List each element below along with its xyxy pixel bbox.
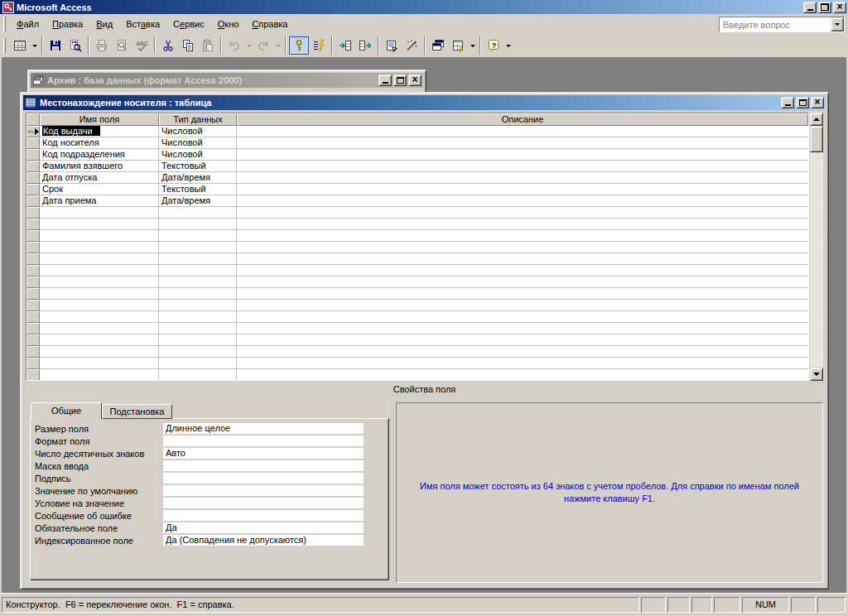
db-minimize-button[interactable]	[378, 75, 392, 86]
table-minimize-button[interactable]	[781, 97, 794, 108]
row-selector[interactable]	[26, 207, 40, 219]
data-type-cell[interactable]: Дата/время	[159, 195, 237, 207]
build-button[interactable]	[402, 36, 422, 55]
table-window-title-bar[interactable]: Местонахождение носителя : таблица ×	[23, 95, 826, 110]
description-cell[interactable]	[237, 126, 808, 137]
data-type-cell[interactable]: Числовой	[159, 126, 237, 137]
row-selector[interactable]	[26, 311, 40, 323]
field-name-cell[interactable]: Дата отпуска	[40, 172, 159, 184]
description-cell[interactable]	[237, 288, 808, 300]
db-maximize-button[interactable]	[393, 75, 407, 86]
field-name-cell[interactable]	[40, 230, 159, 242]
data-type-cell[interactable]	[159, 369, 237, 381]
field-name-cell[interactable]	[40, 253, 159, 265]
description-cell[interactable]	[237, 184, 808, 195]
table-close-button[interactable]: ×	[811, 97, 824, 108]
property-value[interactable]	[163, 510, 364, 521]
row-selector[interactable]	[26, 334, 40, 346]
data-type-cell[interactable]	[159, 334, 237, 346]
data-type-cell[interactable]	[159, 230, 237, 242]
description-cell[interactable]	[237, 369, 808, 381]
app-close-button[interactable]: ×	[833, 2, 846, 13]
menu-item-3[interactable]: Вставка	[119, 17, 166, 31]
field-name-cell[interactable]	[40, 346, 159, 358]
description-cell[interactable]	[237, 334, 808, 346]
row-selector[interactable]	[26, 230, 40, 242]
row-selector[interactable]	[26, 242, 40, 253]
description-cell[interactable]	[237, 242, 808, 253]
property-value[interactable]	[163, 473, 364, 484]
new-object-button[interactable]	[448, 36, 468, 55]
field-name-cell[interactable]	[40, 277, 159, 288]
menubar-grip[interactable]	[3, 17, 6, 31]
row-selector[interactable]	[26, 184, 40, 195]
field-name-cell[interactable]	[40, 242, 159, 253]
app-restore-button[interactable]	[818, 2, 831, 13]
row-selector[interactable]	[26, 195, 40, 207]
indexes-button[interactable]	[309, 36, 329, 55]
data-type-cell[interactable]: Числовой	[159, 149, 237, 161]
data-type-cell[interactable]	[159, 346, 237, 358]
row-selector[interactable]	[26, 346, 40, 358]
property-value[interactable]	[163, 498, 364, 508]
menu-item-4[interactable]: Сервис	[166, 17, 211, 31]
view-design-dropdown[interactable]	[30, 36, 39, 55]
row-selector[interactable]	[26, 369, 40, 381]
delete-rows-button[interactable]	[355, 36, 375, 55]
row-selector[interactable]	[26, 288, 40, 300]
field-name-cell[interactable]	[40, 265, 159, 277]
question-box-dropdown[interactable]	[831, 17, 844, 31]
scroll-thumb[interactable]	[810, 126, 823, 152]
app-minimize-button[interactable]	[803, 2, 817, 13]
description-cell[interactable]	[237, 323, 808, 334]
data-type-cell[interactable]	[159, 288, 237, 300]
tab-lookup[interactable]: Подстановка	[102, 404, 172, 419]
row-selector[interactable]	[26, 126, 40, 137]
field-name-cell[interactable]: Код подразделения	[40, 149, 159, 161]
menu-item-0[interactable]: Файл	[10, 17, 46, 31]
row-selector[interactable]	[26, 161, 40, 172]
data-type-cell[interactable]	[159, 358, 237, 369]
row-selector[interactable]	[26, 137, 40, 149]
description-cell[interactable]	[237, 311, 808, 323]
redo-dropdown[interactable]	[273, 36, 282, 55]
data-type-cell[interactable]: Текстовый	[159, 161, 237, 172]
description-cell[interactable]	[237, 277, 808, 288]
db-close-button[interactable]: ×	[408, 75, 422, 86]
row-selector[interactable]	[26, 323, 40, 334]
property-value[interactable]: Длинное целое	[163, 423, 364, 434]
field-name-cell[interactable]	[40, 288, 159, 300]
menu-item-1[interactable]: Правка	[46, 17, 89, 31]
insert-rows-button[interactable]	[335, 36, 355, 55]
row-selector[interactable]	[26, 300, 40, 311]
row-selector[interactable]	[26, 172, 40, 184]
menu-item-5[interactable]: Окно	[211, 17, 246, 31]
grid-vertical-scrollbar[interactable]	[810, 113, 823, 381]
description-cell[interactable]	[237, 265, 808, 277]
field-name-cell[interactable]: Дата приема	[40, 195, 159, 207]
field-name-cell[interactable]	[40, 311, 159, 323]
data-type-cell[interactable]	[159, 242, 237, 253]
primary-key-button[interactable]	[289, 36, 309, 55]
database-window-title-bar[interactable]: Архив : база данных (формат Access 2000)…	[31, 73, 423, 88]
data-type-cell[interactable]: Дата/время	[159, 172, 237, 184]
field-name-cell[interactable]: Фамилия взявшего	[40, 161, 159, 172]
question-box[interactable]: Введите вопрос	[719, 17, 845, 32]
row-selector[interactable]	[26, 265, 40, 277]
description-cell[interactable]	[237, 230, 808, 242]
description-cell[interactable]	[237, 300, 808, 311]
cut-button[interactable]	[158, 36, 178, 55]
field-name-cell[interactable]	[40, 369, 159, 381]
row-selector[interactable]	[26, 149, 40, 161]
field-name-cell[interactable]	[40, 323, 159, 334]
property-value[interactable]: Авто	[163, 448, 364, 459]
toolbar-grip[interactable]	[3, 38, 6, 53]
copy-button[interactable]	[178, 36, 198, 55]
data-type-cell[interactable]	[159, 300, 237, 311]
description-cell[interactable]	[237, 346, 808, 358]
undo-dropdown[interactable]	[244, 36, 253, 55]
new-object-dropdown[interactable]	[468, 36, 477, 55]
database-window-button[interactable]	[428, 36, 448, 55]
tab-general[interactable]: Общие	[31, 402, 102, 420]
data-type-cell[interactable]	[159, 311, 237, 323]
